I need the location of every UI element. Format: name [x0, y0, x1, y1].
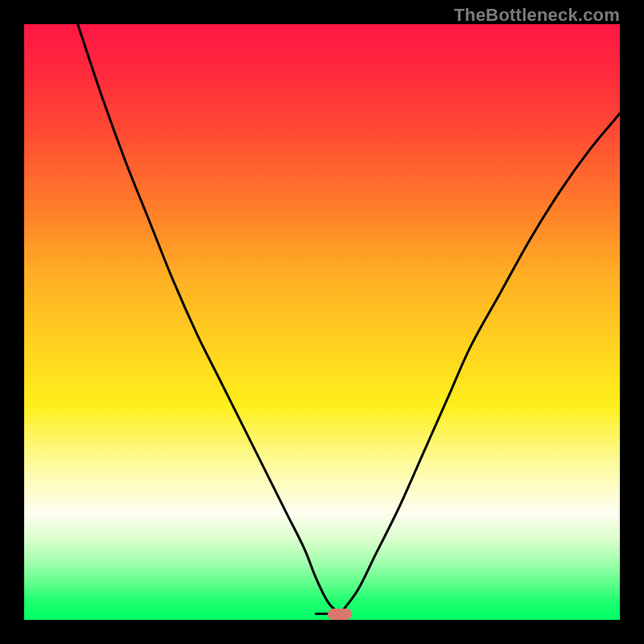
- curve-left-branch: [78, 24, 341, 614]
- plot-area: [24, 24, 620, 620]
- optimum-marker: [328, 609, 352, 620]
- bottleneck-curve: [24, 24, 620, 620]
- chart-frame: TheBottleneck.com: [0, 0, 644, 644]
- watermark-text: TheBottleneck.com: [454, 5, 620, 26]
- curve-right-branch: [340, 114, 620, 614]
